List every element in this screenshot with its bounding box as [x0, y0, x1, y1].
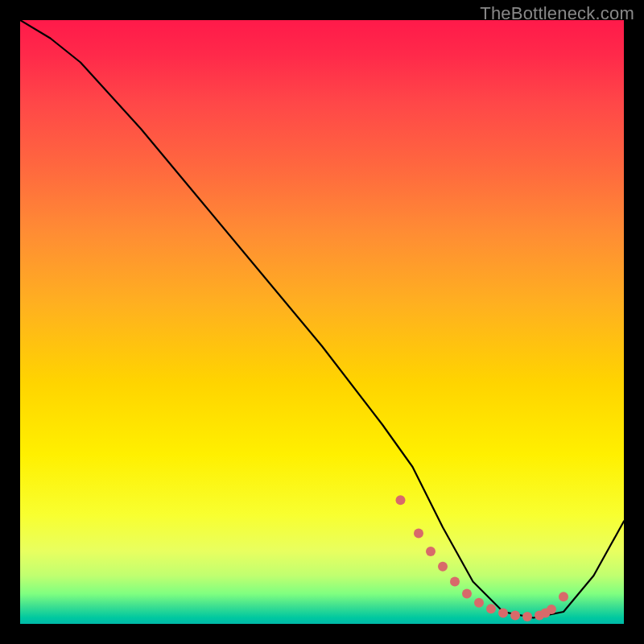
- bottleneck-curve: [20, 20, 624, 618]
- marker-point: [547, 605, 556, 614]
- watermark-text: TheBottleneck.com: [480, 3, 634, 24]
- marker-point: [522, 612, 532, 621]
- marker-point: [462, 589, 472, 599]
- chart-svg: [20, 20, 624, 624]
- marker-group: [396, 495, 569, 621]
- marker-point: [486, 604, 496, 613]
- marker-point: [396, 495, 406, 505]
- marker-point: [498, 609, 508, 618]
- marker-point: [510, 611, 520, 621]
- marker-point: [438, 562, 448, 572]
- marker-point: [426, 547, 436, 556]
- plot-area: [20, 20, 624, 624]
- marker-point: [559, 592, 568, 601]
- marker-point: [450, 577, 460, 587]
- marker-point: [474, 598, 484, 608]
- marker-point: [414, 529, 423, 539]
